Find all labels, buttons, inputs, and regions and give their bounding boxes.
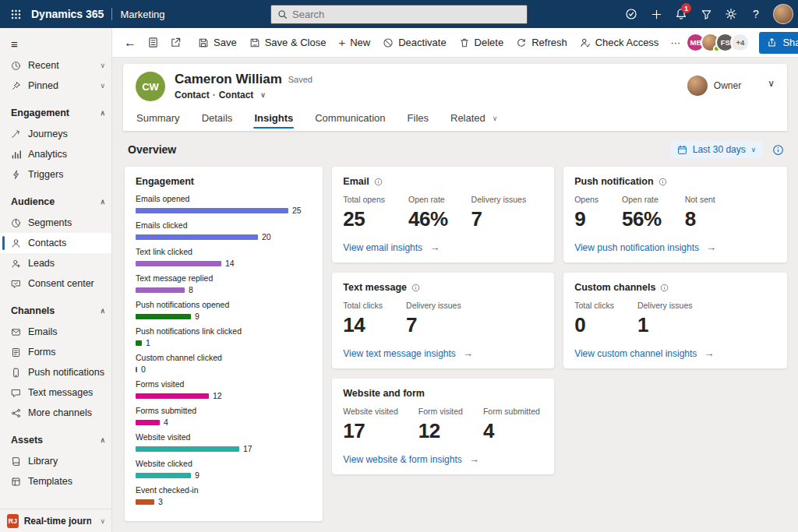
sidebar-item-recent[interactable]: Recent ∨: [0, 55, 111, 76]
sidebar-item-analytics[interactable]: Analytics: [0, 144, 111, 164]
sidebar-item-more-channels[interactable]: More channels: [0, 403, 111, 423]
tab-details[interactable]: Details: [201, 107, 234, 131]
check-access-button[interactable]: Check Access: [574, 32, 666, 54]
chevron-down-icon[interactable]: ∨: [97, 517, 105, 525]
sidebar-item-pinned[interactable]: Pinned ∨: [0, 76, 111, 96]
command-label: Refresh: [531, 37, 567, 48]
sidebar-item-label: Contacts: [28, 238, 66, 248]
metric-value: 14: [343, 313, 383, 337]
cards-column-middle: Email Total opens 25 Open rate: [332, 167, 554, 474]
refresh-button[interactable]: Refresh: [510, 32, 574, 54]
card-title: Website and form: [343, 388, 425, 399]
card-title: Engagement: [136, 176, 194, 187]
bar-segment: [136, 340, 142, 346]
owner-avatar: [687, 76, 708, 96]
app-launcher-waffle-icon[interactable]: [0, 0, 31, 28]
record-set-icon[interactable]: [142, 32, 164, 54]
chevron-up-icon[interactable]: ∧: [97, 109, 105, 117]
sidebar-item-templates[interactable]: Templates: [0, 471, 111, 491]
chevron-down-icon[interactable]: ∨: [97, 82, 105, 90]
sidebar-item-push-notifications[interactable]: Push notifications: [0, 362, 111, 382]
ellipsis-icon: ···: [670, 37, 680, 48]
sidebar-section-channels[interactable]: Channels ∧: [0, 300, 111, 322]
entity-form-selector[interactable]: Contact · Contact ∨: [175, 90, 312, 100]
sitemap-collapse-hamburger-icon[interactable]: ≡: [0, 30, 111, 55]
sidebar-section-engagement[interactable]: Engagement ∧: [0, 102, 111, 124]
tab-related[interactable]: Related∨: [450, 107, 498, 131]
topbar-actions: 1 ?: [619, 0, 798, 28]
collapse-header-chevron-icon[interactable]: ∨: [768, 72, 775, 89]
new-button[interactable]: + New: [332, 32, 376, 54]
collaborator-overflow[interactable]: +4: [730, 33, 750, 52]
global-search[interactable]: [270, 5, 528, 24]
sidebar-item-segments[interactable]: Segments: [0, 213, 111, 233]
tab-summary[interactable]: Summary: [136, 107, 181, 131]
save-button[interactable]: Save: [192, 32, 243, 54]
bar-segment: [136, 446, 239, 452]
sidebar-item-library[interactable]: Library: [0, 451, 111, 471]
metric-label: Total opens: [343, 195, 385, 204]
popout-icon[interactable]: [164, 32, 187, 54]
command-label: Delete: [475, 37, 504, 48]
tab-communication[interactable]: Communication: [314, 107, 386, 131]
tab-insights[interactable]: Insights: [253, 107, 294, 131]
area-switcher[interactable]: RJ Real-time journey.. ∨: [0, 509, 111, 532]
bar-value: 4: [164, 417, 168, 427]
sidebar-section-assets[interactable]: Assets ∧: [0, 429, 111, 451]
view-website-form-insights-link[interactable]: View website & form insights→: [343, 453, 543, 465]
info-icon[interactable]: [660, 284, 669, 292]
filter-funnel-icon[interactable]: [694, 0, 719, 28]
overview-info-icon[interactable]: [772, 144, 784, 156]
sidebar-item-journeys[interactable]: Journeys: [0, 124, 111, 144]
info-icon[interactable]: [411, 284, 420, 292]
delete-button[interactable]: Delete: [453, 32, 510, 54]
view-text-message-insights-link[interactable]: View text message insights→: [343, 347, 543, 359]
user-avatar[interactable]: [773, 4, 793, 24]
deactivate-button[interactable]: Deactivate: [376, 32, 452, 54]
engagement-bar-row: Text link clicked14: [136, 247, 312, 268]
bar-category-label: Text link clicked: [136, 247, 312, 257]
sidebar-item-triggers[interactable]: Triggers: [0, 164, 111, 185]
sidebar-item-emails[interactable]: Emails: [0, 322, 111, 342]
share-button[interactable]: Share ∨: [759, 32, 798, 54]
sidebar-section-audience[interactable]: Audience ∧: [0, 191, 111, 213]
collaborators: MB FS +4 Share ∨: [686, 32, 798, 54]
settings-gear-icon[interactable]: [719, 0, 743, 28]
sidebar-item-leads[interactable]: Leads: [0, 253, 111, 273]
save-and-close-button[interactable]: Save & Close: [243, 32, 333, 54]
sidebar-item-forms[interactable]: Forms: [0, 342, 111, 362]
metric-label: Website visited: [343, 407, 397, 416]
chevron-up-icon[interactable]: ∧: [97, 307, 105, 315]
chevron-down-icon[interactable]: ∨: [257, 91, 266, 99]
bar-segment: [136, 314, 191, 319]
search-input[interactable]: [292, 9, 521, 20]
sidebar-item-consent-center[interactable]: Consent center: [0, 273, 111, 294]
module-name[interactable]: Marketing: [120, 9, 164, 20]
sidebar-item-text-messages[interactable]: Text messages: [0, 382, 111, 403]
bar-segment: [136, 287, 185, 293]
view-push-notification-insights-link[interactable]: View push notification insights→: [574, 241, 776, 253]
date-range-selector[interactable]: Last 30 days ∨: [670, 141, 763, 158]
view-email-insights-link[interactable]: View email insights→: [343, 241, 543, 253]
info-icon[interactable]: [659, 178, 667, 186]
compliance-check-icon[interactable]: [619, 0, 644, 28]
quick-create-plus-icon[interactable]: [644, 0, 669, 28]
chevron-up-icon[interactable]: ∧: [97, 436, 105, 444]
bar-segment: [136, 393, 209, 399]
back-button[interactable]: ←: [118, 32, 142, 54]
info-icon[interactable]: [374, 178, 383, 186]
sidebar-item-contacts[interactable]: Contacts: [0, 233, 111, 253]
record-avatar: CW: [136, 72, 165, 101]
chevron-down-icon[interactable]: ∨: [97, 62, 105, 69]
tab-files[interactable]: Files: [407, 107, 429, 131]
view-custom-channel-insights-link[interactable]: View custom channel insights→: [574, 347, 776, 359]
record-header-card: CW Cameron William Saved Contact · Conta…: [123, 64, 787, 131]
app-title[interactable]: Dynamics 365: [31, 8, 104, 20]
metric: Form visited 12: [418, 407, 463, 443]
chevron-up-icon[interactable]: ∧: [97, 198, 105, 206]
metric-value: 7: [406, 313, 461, 337]
help-icon[interactable]: ?: [743, 0, 768, 28]
notifications-bell-icon[interactable]: 1: [669, 0, 694, 28]
more-commands-button[interactable]: ···: [665, 32, 686, 54]
owner-field[interactable]: Owner: [687, 72, 741, 96]
